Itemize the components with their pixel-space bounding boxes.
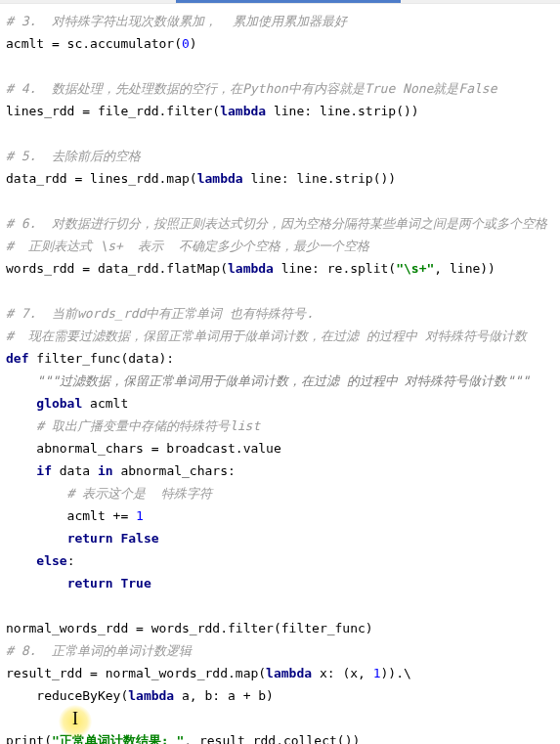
code-line: if data in abnormal_chars:: [6, 463, 236, 478]
comment: # 3. 对特殊字符出现次数做累加， 累加使用累加器最好: [6, 14, 347, 28]
comment: # 5. 去除前后的空格: [6, 149, 141, 163]
code-line: result_rdd = normal_words_rdd.map(lambda…: [6, 666, 411, 680]
comment: # 6. 对数据进行切分，按照正则表达式切分，因为空格分隔符某些单词之间是两个或…: [6, 216, 547, 231]
code-line: def filter_func(data):: [6, 351, 174, 366]
code-line: print("正常单词计数结果: ", result_rdd.collect()…: [6, 733, 360, 744]
code-line: reduceByKey(lambda a, b: a + b): [6, 688, 274, 703]
code-line: abnormal_chars = broadcast.value: [6, 441, 281, 456]
code-line: lines_rdd = file_rdd.filter(lambda line:…: [6, 104, 419, 118]
code-editor[interactable]: # 3. 对特殊字符出现次数做累加， 累加使用累加器最好 acmlt = sc.…: [0, 4, 560, 744]
code-line: global acmlt: [6, 396, 128, 411]
comment: # 表示这个是 特殊字符: [6, 486, 212, 501]
comment: # 8. 正常单词的单词计数逻辑: [6, 643, 192, 658]
comment: # 7. 当前words_rdd中有正常单词 也有特殊符号.: [6, 306, 314, 321]
window-top-bar: [0, 0, 560, 4]
docstring: """过滤数据，保留正常单词用于做单词计数，在过滤 的过程中 对特殊符号做计数"…: [6, 373, 530, 388]
code-line: return False: [6, 531, 159, 546]
code-line: else:: [6, 553, 74, 568]
comment: # 取出广播变量中存储的特殊符号list: [6, 418, 260, 433]
code-line: acmlt = sc.accumulator(0): [6, 36, 197, 51]
code-line: data_rdd = lines_rdd.map(lambda line: li…: [6, 171, 396, 186]
comment: # 正则表达式 \s+ 表示 不确定多少个空格，最少一个空格: [6, 239, 369, 253]
progress-indicator: [176, 0, 401, 3]
code-line: normal_words_rdd = words_rdd.filter(filt…: [6, 621, 373, 635]
comment: # 4. 数据处理，先处理数据的空行，在Python中有内容就是True Non…: [6, 81, 497, 96]
code-line: acmlt += 1: [6, 508, 144, 523]
code-line: return True: [6, 576, 151, 591]
comment: # 现在需要过滤数据，保留正常单词用于做单词计数，在过滤 的过程中 对特殊符号做…: [6, 328, 527, 343]
code-line: words_rdd = data_rdd.flatMap(lambda line…: [6, 261, 495, 276]
